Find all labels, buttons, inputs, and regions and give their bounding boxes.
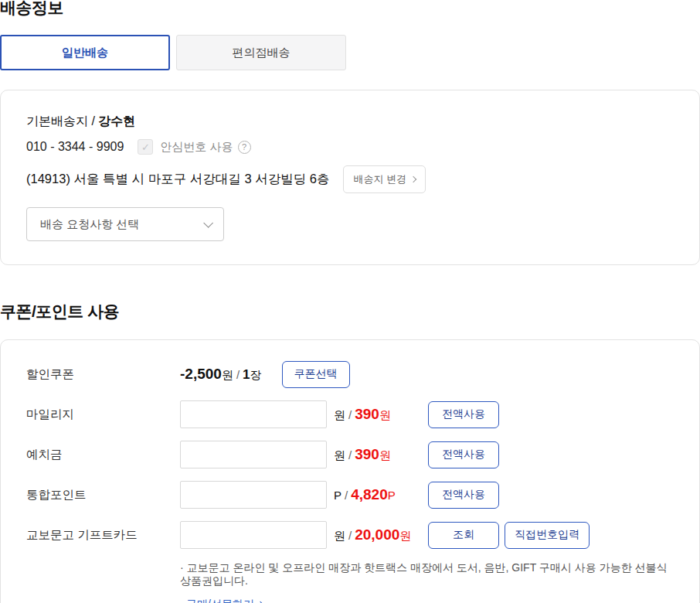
separator: / <box>348 448 352 462</box>
giftcard-input[interactable] <box>180 521 327 549</box>
delivery-request-select[interactable]: 배송 요청사항 선택 <box>26 207 224 241</box>
safe-number-checkbox[interactable]: ✓ <box>138 139 153 155</box>
select-coupon-button[interactable]: 쿠폰선택 <box>282 361 350 388</box>
mileage-label: 마일리지 <box>26 407 180 423</box>
phone-row: 010 - 3344 - 9909 ✓ 안심번호 사용 ? <box>26 139 674 155</box>
coupon-count: 1 <box>243 367 250 383</box>
giftcard-row: 교보문고 기프트카드 원 / 20,000 원 조회 직접번호입력 <box>26 521 674 549</box>
chevron-down-icon <box>203 218 213 228</box>
giftcard-unit: 원 <box>334 529 345 543</box>
integrated-points-available: P / 4,820 P <box>327 486 428 503</box>
deposit-use-all-button[interactable]: 전액사용 <box>428 441 499 468</box>
mileage-row: 마일리지 원 / 390 원 전액사용 <box>26 400 674 428</box>
giftcard-label: 교보문고 기프트카드 <box>26 527 180 543</box>
coupon-points-card: 할인쿠폰 -2,500 원 / 1 장 쿠폰선택 마일리지 원 / 390 원 … <box>0 339 700 603</box>
change-address-label: 배송지 변경 <box>353 172 406 186</box>
address-row: (14913) 서울 특별 시 마포구 서강대길 3 서강빌딩 6층 배송지 변… <box>26 165 674 193</box>
deposit-input[interactable] <box>180 441 327 468</box>
integrated-points-unit: P <box>334 489 342 502</box>
buy-gift-link-label: 구매/선물하기 <box>186 598 254 603</box>
delivery-method-tabs: 일반배송 편의점배송 <box>0 35 700 70</box>
deposit-available: 원 / 390 원 <box>327 446 428 463</box>
separator: / <box>348 529 352 542</box>
shipping-address-card: 기본배송지 / 강수현 010 - 3344 - 9909 ✓ 안심번호 사용 … <box>0 90 700 265</box>
separator: / <box>348 408 352 421</box>
full-address: (14913) 서울 특별 시 마포구 서강대길 3 서강빌딩 6층 <box>26 171 329 188</box>
discount-coupon-row: 할인쿠폰 -2,500 원 / 1 장 쿠폰선택 <box>26 360 674 388</box>
giftcard-check-button[interactable]: 조회 <box>428 522 499 549</box>
integrated-points-row: 통합포인트 P / 4,820 P 전액사용 <box>26 481 674 509</box>
safe-number-label: 안심번호 사용 <box>160 140 233 155</box>
coupon-count-unit: 장 <box>250 368 262 383</box>
giftcard-direct-entry-button[interactable]: 직접번호입력 <box>505 522 590 549</box>
delivery-request-placeholder: 배송 요청사항 선택 <box>40 217 139 232</box>
integrated-points-available-unit: P <box>388 489 396 502</box>
discount-coupon-label: 할인쿠폰 <box>26 366 180 383</box>
coupon-amount-unit: 원 <box>222 368 233 383</box>
integrated-points-use-all-button[interactable]: 전액사용 <box>428 482 499 509</box>
phone-number: 010 - 3344 - 9909 <box>26 140 124 154</box>
giftcard-available: 원 / 20,000 원 <box>327 526 428 543</box>
mileage-available-unit: 원 <box>379 408 391 423</box>
question-mark-glyph: ? <box>242 142 246 152</box>
chevron-right-icon <box>410 176 416 182</box>
deposit-unit: 원 <box>334 448 345 463</box>
mileage-input[interactable] <box>180 400 327 428</box>
integrated-points-label: 통합포인트 <box>26 487 180 503</box>
mileage-available: 원 / 390 원 <box>327 406 428 423</box>
address-type-label: 기본배송지 / <box>26 114 95 128</box>
integrated-points-input[interactable] <box>180 481 327 509</box>
separator: / <box>236 368 240 381</box>
deposit-available-unit: 원 <box>379 448 391 463</box>
integrated-points-available-amount: 4,820 <box>351 486 388 503</box>
mileage-use-all-button[interactable]: 전액사용 <box>428 401 499 428</box>
deposit-row: 예치금 원 / 390 원 전액사용 <box>26 441 674 468</box>
giftcard-available-amount: 20,000 <box>355 526 399 543</box>
address-type-and-name: 기본배송지 / 강수현 <box>26 114 674 128</box>
mileage-available-amount: 390 <box>355 406 379 423</box>
coupon-amount: -2,500 <box>180 366 222 383</box>
buy-gift-link[interactable]: 구매/선물하기 <box>186 598 263 603</box>
mileage-unit: 원 <box>334 408 345 423</box>
deposit-label: 예치금 <box>26 447 180 463</box>
giftcard-note: · 교보문고 온라인 및 오프라인 매장과 핫트랙스 매장에서 도서, 음반, … <box>180 561 674 588</box>
separator: / <box>345 489 348 502</box>
discount-coupon-value: -2,500 원 / 1 장 <box>180 366 262 383</box>
shipping-section-title: 배송정보 <box>0 0 700 17</box>
recipient-name: 강수현 <box>98 114 135 128</box>
deposit-available-amount: 390 <box>355 446 379 463</box>
tab-convenience-store-delivery[interactable]: 편의점배송 <box>176 35 346 70</box>
help-icon[interactable]: ? <box>238 141 251 154</box>
giftcard-available-unit: 원 <box>399 529 411 543</box>
check-icon: ✓ <box>141 141 150 153</box>
change-address-button[interactable]: 배송지 변경 <box>343 165 426 193</box>
coupon-points-section-title: 쿠폰/포인트 사용 <box>0 302 700 321</box>
tab-standard-delivery[interactable]: 일반배송 <box>0 35 170 70</box>
